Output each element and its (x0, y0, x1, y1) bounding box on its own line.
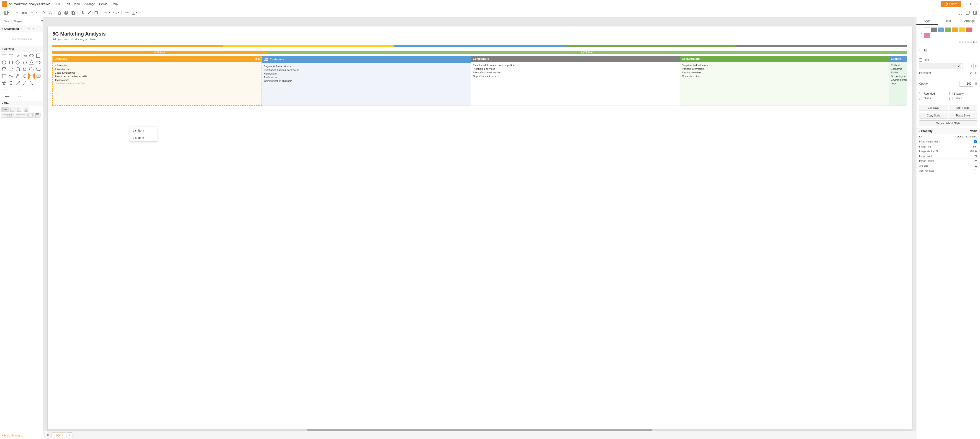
misc-col-table[interactable] (27, 113, 34, 118)
swatch-white[interactable] (924, 27, 930, 32)
climate-card[interactable]: Climate Political Economic Social Techno… (889, 56, 907, 106)
shape-down-arrow[interactable] (28, 80, 35, 86)
line-color-btn[interactable] (86, 10, 92, 16)
canvas-inner[interactable]: 5C Marketing Analysis Add your own intro… (48, 26, 912, 430)
swatch-dot-4[interactable] (967, 41, 969, 43)
copy-style-toolbar-btn[interactable] (70, 10, 76, 16)
menu-edit[interactable]: Edit (63, 2, 72, 6)
prop-abs-arc-checkbox[interactable] (974, 169, 977, 172)
shape-text[interactable]: Text (14, 53, 21, 59)
misc-table[interactable] (23, 107, 29, 112)
share-button[interactable]: Share (941, 1, 961, 7)
redo-btn[interactable] (47, 10, 53, 16)
customers-card[interactable]: Customers Segments & market size Purchas… (262, 56, 471, 106)
zoom-in-btn[interactable]: + (14, 10, 20, 16)
shape-hexagon[interactable] (14, 66, 21, 72)
collapse-icon[interactable]: ⊡ (969, 2, 973, 6)
set-default-btn[interactable]: Set as Default Style (919, 120, 977, 126)
edit-style-btn[interactable]: Edit Style (919, 105, 948, 111)
swatch-gray[interactable] (931, 27, 937, 32)
swatches-prev-btn[interactable]: ‹ (919, 32, 924, 36)
line-checkbox[interactable] (919, 58, 923, 62)
add-page-btn[interactable]: + (67, 433, 72, 438)
shape-note[interactable] (1, 73, 7, 79)
panel-toggle-btn[interactable]: ▾ (3, 11, 11, 15)
scratchpad-close-icon[interactable]: ✕ (31, 27, 35, 31)
tooltip-item-1[interactable]: List Item (130, 127, 157, 134)
fullscreen-btn[interactable] (957, 10, 964, 16)
tab-style[interactable]: Style (916, 17, 938, 25)
swatch-orange[interactable] (952, 27, 958, 32)
prop-fixed-image-checkbox[interactable] (974, 140, 977, 143)
page-tab-1[interactable]: Page 1 (51, 433, 66, 438)
fill-checkbox[interactable] (919, 49, 923, 52)
shape-up-arrow[interactable] (21, 80, 28, 86)
swatch-dot-6[interactable] (973, 41, 975, 43)
collaborators-card[interactable]: Collaborators Suppliers & distributors P… (680, 56, 889, 106)
shape-dot-line[interactable] (14, 93, 27, 100)
connection-btn[interactable]: ▾ (102, 11, 111, 15)
line-width-input[interactable] (962, 63, 974, 69)
tooltip-item-2[interactable]: List Item (130, 134, 157, 141)
shape-cylinder[interactable] (1, 66, 7, 72)
shape-diamond[interactable] (14, 59, 21, 65)
swatch-dot-7[interactable] (975, 41, 977, 43)
shape-right-arrow[interactable] (35, 59, 41, 65)
window-close-icon[interactable]: ✕ (975, 2, 978, 6)
misc-colored-table[interactable] (34, 113, 41, 118)
shape-thick-line[interactable] (1, 93, 14, 100)
rounded-checkbox[interactable] (919, 92, 923, 95)
swatch-pink[interactable] (924, 33, 930, 38)
shape-diag-arrow[interactable] (14, 80, 21, 86)
shape-rectangle[interactable] (1, 53, 7, 59)
glass-checkbox[interactable] (919, 97, 923, 100)
delete-btn[interactable] (56, 10, 63, 16)
shape-arrows[interactable] (8, 80, 14, 86)
shape-list-item[interactable] (28, 73, 35, 79)
tab-text[interactable]: Text (938, 17, 959, 25)
shape-wave[interactable] (8, 73, 14, 79)
opacity-input[interactable] (959, 81, 973, 86)
undo-btn[interactable] (40, 10, 46, 16)
shape-title[interactable]: Title (21, 53, 28, 59)
company-card[interactable]: Company Strengths Weaknesses Goals & obj… (52, 56, 262, 106)
misc-list2[interactable] (16, 107, 22, 112)
shape-trapezoid[interactable] (21, 66, 28, 72)
shape-ellipse[interactable] (28, 53, 35, 59)
misc-title-shape[interactable]: Title (1, 107, 9, 112)
shape-crescent[interactable] (21, 73, 28, 79)
shape-square[interactable] (35, 53, 41, 59)
insert-btn[interactable]: + ▾ (124, 10, 130, 15)
h-scrollbar[interactable] (48, 429, 912, 431)
canvas[interactable]: 5C Marketing Analysis Add your own intro… (43, 17, 916, 439)
waypoint-btn[interactable]: ▾ (111, 11, 121, 15)
swatch-dot-1[interactable] (959, 41, 961, 43)
duplicate-btn[interactable] (63, 10, 70, 16)
shape-circle[interactable] (1, 59, 7, 65)
zoom-out-btn[interactable]: − (29, 10, 35, 16)
paste-style-btn[interactable]: Paste Style (949, 113, 977, 118)
add-shapes-button[interactable]: + More Shapes... (2, 434, 23, 437)
menu-extras[interactable]: Extras (97, 2, 109, 6)
swatch-blue[interactable] (938, 27, 944, 32)
shape-dashed-line[interactable] (27, 86, 40, 93)
competitors-card[interactable]: Competitors Established & prospective co… (471, 56, 680, 106)
fill-color-btn[interactable] (79, 10, 86, 16)
scratchpad-help-icon[interactable]: ? (19, 27, 23, 31)
sidebar-toggle-btn[interactable] (964, 10, 971, 16)
prop-collapse-icon[interactable]: ▾ (919, 130, 920, 132)
shape-pentagon[interactable] (28, 66, 35, 72)
swatch-dot-3[interactable] (964, 41, 966, 43)
shape-parallelogram[interactable] (21, 59, 28, 65)
shape-solid-line[interactable] (1, 86, 14, 93)
misc-section-header[interactable]: ▾ Misc (0, 101, 43, 106)
swatches-next-btn[interactable]: › (973, 32, 977, 36)
scratchpad-edit-icon[interactable]: ✎ (27, 27, 31, 31)
shape-style-btn[interactable] (93, 10, 99, 16)
line-style-select[interactable]: — - - ··· (919, 63, 961, 69)
shadow-checkbox[interactable] (949, 92, 953, 95)
copy-style-btn[interactable]: Copy Style (919, 113, 948, 118)
swatch-dot-2[interactable] (962, 41, 964, 43)
swatch-red[interactable] (966, 27, 972, 32)
perimeter-input[interactable] (962, 70, 973, 76)
